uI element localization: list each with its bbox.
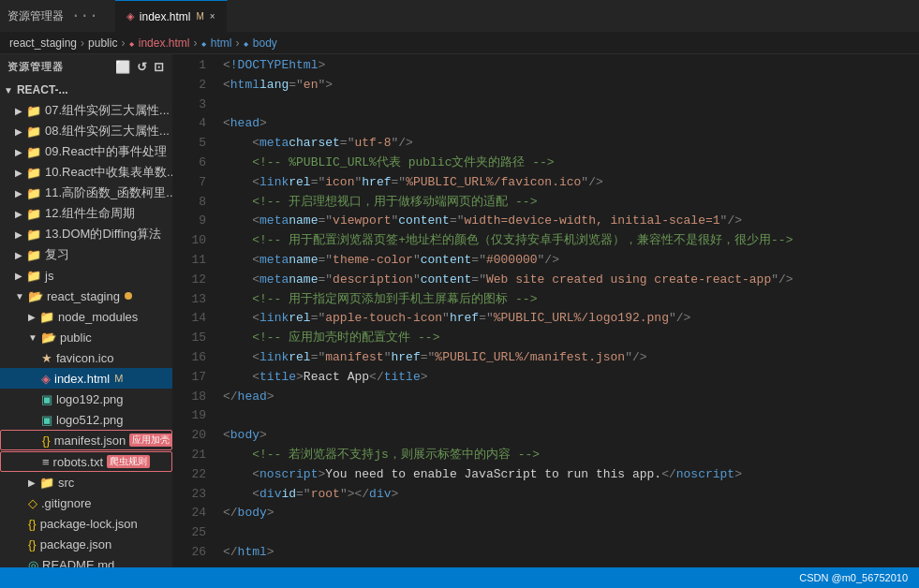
bc-indexhtml[interactable]: ⬥ index.html	[128, 37, 189, 50]
folder-node-modules[interactable]: ▶ 📁 node_modules	[0, 306, 172, 327]
arrow-js: ▶	[15, 271, 22, 281]
code-line-4: <head>	[223, 114, 919, 134]
folder-10[interactable]: ▶ 📁 10.React中收集表单数...	[0, 162, 172, 183]
sidebar: 资源管理器 ⬜ ↺ ⊡ ▼ REACT-... ▶ 📁 07.组件实例三大属性.…	[0, 54, 173, 567]
folder-icon-js: 📁	[26, 269, 41, 283]
html-icon: ◈	[41, 372, 51, 386]
tab-filename: index.html	[140, 10, 191, 23]
code-line-23: <div id="root"></div>	[223, 485, 919, 505]
folder-08[interactable]: ▶ 📁 08.组件实例三大属性...	[0, 121, 172, 141]
folder-icon-react-staging: 📂	[28, 289, 43, 303]
img-icon-512: ▣	[41, 413, 52, 427]
code-line-2: <html lang="en">	[223, 76, 919, 96]
file-robots[interactable]: ≡ robots.txt 爬虫规则	[0, 451, 172, 472]
folder-label-public: public	[60, 331, 92, 345]
code-line-8: <!-- 开启理想视口，用于做移动端网页的适配 -->	[223, 193, 919, 213]
file-favicon[interactable]: ★ favicon.ico	[0, 347, 172, 368]
arrow-review: ▶	[15, 250, 22, 260]
folder-13[interactable]: ▶ 📁 13.DOM的Diffing算法	[0, 224, 172, 244]
badge-manifest: 应用加壳	[129, 434, 172, 447]
tab-bar: ◈ index.html M ×	[115, 0, 912, 33]
folder-js[interactable]: ▶ 📁 js	[0, 265, 172, 286]
editor-content[interactable]: 12345 678910 1112131415 1617181920 21222…	[173, 54, 919, 567]
bc-body[interactable]: ⬥ body	[243, 37, 276, 50]
code-line-25	[223, 523, 919, 543]
folder-09[interactable]: ▶ 📁 09.React中的事件处理	[0, 141, 172, 162]
file-label-pkglock: package-lock.json	[40, 517, 138, 531]
folder-icon-13: 📁	[26, 228, 41, 242]
code-line-13: <!-- 用于指定网页添加到手机主屏幕后的图标 -->	[223, 290, 919, 310]
file-logo192[interactable]: ▣ logo192.png	[0, 389, 172, 409]
tree-root-react[interactable]: ▼ REACT-...	[0, 80, 172, 100]
more-icon[interactable]: ···	[71, 7, 98, 24]
folder-icon-09: 📁	[26, 145, 41, 159]
arrow-node-modules: ▶	[28, 312, 36, 322]
folder-icon-src: 📁	[39, 476, 54, 490]
file-package-lock[interactable]: {} package-lock.json	[0, 513, 172, 534]
file-label-readme: README.md	[42, 558, 114, 568]
file-package[interactable]: {} package.json	[0, 534, 172, 554]
code-line-14: <link rel="apple-touch-icon" href="%PUBL…	[223, 309, 919, 329]
bc-react-staging[interactable]: react_staging	[9, 37, 77, 50]
tab-close-icon[interactable]: ×	[210, 11, 215, 22]
tab-index-html[interactable]: ◈ index.html M ×	[115, 0, 228, 33]
code-line-3	[223, 96, 919, 115]
folder-react-staging[interactable]: ▼ 📂 react_staging	[0, 286, 172, 306]
folder-label-src: src	[58, 476, 74, 490]
code-line-19	[223, 406, 919, 426]
arrow-09: ▶	[15, 147, 22, 157]
img-icon: ▣	[41, 392, 52, 406]
modified-dot	[125, 292, 132, 300]
code-line-15: <!-- 应用加壳时的配置文件 -->	[223, 329, 919, 348]
md-icon: ◎	[28, 558, 38, 568]
folder-label-12: 12.组件生命周期	[45, 205, 135, 222]
folder-07[interactable]: ▶ 📁 07.组件实例三大属性...	[0, 100, 172, 121]
code-content[interactable]: <!DOCTYPE html> <html lang="en"> <head> …	[215, 54, 919, 567]
sidebar-icons[interactable]: ⬜ ↺ ⊡	[115, 60, 165, 74]
code-line-18: </head>	[223, 388, 919, 407]
code-line-21: <!-- 若浏览器不支持js，则展示标签中的内容 -->	[223, 446, 919, 465]
folder-icon-12: 📁	[26, 207, 41, 221]
bc-html[interactable]: ⬥ html	[200, 37, 231, 50]
folder-label-node-modules: node_modules	[58, 310, 138, 324]
arrow-07: ▶	[15, 106, 22, 116]
new-folder-icon[interactable]: ↺	[137, 60, 148, 74]
refresh-icon[interactable]: ⊡	[154, 60, 165, 74]
folder-11[interactable]: ▶ 📁 11.高阶函数_函数柯里...	[0, 183, 172, 203]
folder-public[interactable]: ▼ 📂 public	[0, 327, 172, 347]
bc-public[interactable]: public	[88, 37, 117, 50]
file-logo512[interactable]: ▣ logo512.png	[0, 409, 172, 430]
file-readme[interactable]: ◎ README.md	[0, 554, 172, 567]
sidebar-header: 资源管理器 ⬜ ↺ ⊡	[0, 54, 172, 80]
badge-robots: 爬虫规则	[107, 455, 150, 468]
file-tree: ▼ REACT-... ▶ 📁 07.组件实例三大属性... ▶ 📁 08.组件…	[0, 80, 172, 567]
file-gitignore[interactable]: ◇ .gitignore	[0, 492, 172, 513]
code-line-20: <body>	[223, 426, 919, 446]
folder-label-10: 10.React中收集表单数...	[45, 164, 172, 181]
file-manifest[interactable]: {} manifest.json 应用加壳	[0, 430, 172, 450]
status-credit: CSDN @m0_56752010	[799, 572, 908, 583]
folder-icon-node-modules: 📁	[39, 310, 54, 324]
code-line-5: <meta charset="utf-8" />	[223, 134, 919, 154]
file-label-pkg: package.json	[40, 537, 112, 551]
arrow-react-staging: ▼	[15, 291, 24, 301]
arrow-11: ▶	[15, 188, 22, 198]
code-line-26: </html>	[223, 543, 919, 563]
arrow-08: ▶	[15, 126, 22, 137]
arrow-src: ▶	[28, 478, 36, 488]
root-label: REACT-...	[17, 83, 68, 96]
arrow-public: ▼	[28, 332, 37, 343]
folder-12[interactable]: ▶ 📁 12.组件生命周期	[0, 203, 172, 224]
code-line-16: <link rel="manifest" href="%PUBLIC_URL%/…	[223, 348, 919, 368]
folder-src[interactable]: ▶ 📁 src	[0, 472, 172, 492]
git-icon: ◇	[28, 496, 37, 510]
folder-label-js: js	[45, 269, 53, 283]
file-label-favicon: favicon.ico	[56, 351, 113, 365]
folder-review[interactable]: ▶ 📁 复习	[0, 244, 172, 265]
file-index-html[interactable]: ◈ index.html M	[0, 368, 172, 389]
file-label-logo512: logo512.png	[56, 413, 124, 427]
new-file-icon[interactable]: ⬜	[115, 60, 131, 74]
folder-label-react-staging: react_staging	[47, 289, 120, 303]
folder-icon-08: 📁	[26, 125, 41, 139]
sidebar-title: 资源管理器	[7, 60, 63, 74]
